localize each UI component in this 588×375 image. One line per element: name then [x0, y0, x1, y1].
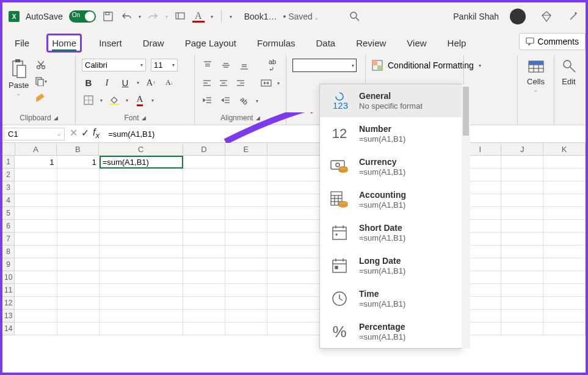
tab-data[interactable]: Data: [312, 35, 339, 51]
touch-mode-icon[interactable]: [174, 10, 186, 23]
font-name-select[interactable]: Calibri▾: [82, 59, 146, 71]
copy-icon[interactable]: ▾: [34, 75, 48, 87]
avatar[interactable]: [510, 9, 526, 24]
name-box[interactable]: C1⌵: [4, 128, 65, 140]
col-header[interactable]: A: [15, 143, 57, 156]
paste-button[interactable]: Paste ⌵: [9, 59, 29, 96]
wrap-text-icon[interactable]: ab⤶: [266, 59, 279, 72]
svg-text:123: 123: [333, 100, 348, 111]
format-option-long-date[interactable]: Long Date=sum(A1,B1): [320, 249, 462, 282]
decrease-font-button[interactable]: A↓: [162, 76, 176, 89]
underline-button[interactable]: U: [118, 76, 132, 89]
format-option-percentage[interactable]: % Percentage=sum(A1,B1): [320, 315, 462, 348]
format-option-short-date[interactable]: Short Date=sum(A1,B1): [320, 216, 462, 249]
cells-button[interactable]: Cells ⌵: [527, 59, 545, 93]
svg-rect-2: [176, 13, 184, 19]
cancel-formula-icon[interactable]: ✕: [70, 127, 78, 140]
wand-icon[interactable]: [567, 10, 579, 23]
italic-button[interactable]: I: [100, 76, 114, 89]
decrease-indent-icon[interactable]: [201, 94, 214, 107]
edit-button[interactable]: Edit: [562, 59, 576, 86]
align-top-icon[interactable]: [201, 59, 214, 72]
format-option-currency[interactable]: Currency=sum(A1,B1): [320, 150, 462, 183]
svg-point-10: [37, 66, 40, 69]
select-all-corner[interactable]: [2, 143, 15, 156]
col-header[interactable]: D: [183, 143, 225, 156]
svg-rect-51: [529, 61, 543, 65]
general-icon: 123: [328, 90, 350, 112]
bold-button[interactable]: B: [82, 76, 95, 89]
align-left-icon[interactable]: [201, 76, 212, 90]
cut-icon[interactable]: [34, 59, 48, 71]
spreadsheet-grid[interactable]: A B C D E I J K 1 1 1 =sum(A1,B1) 2 3 4 …: [2, 143, 586, 335]
font-group-label: Font: [124, 114, 139, 122]
time-icon: [328, 288, 350, 310]
number-format-select[interactable]: ▾: [292, 59, 357, 72]
tab-insert[interactable]: Insert: [95, 35, 126, 51]
font-size-select[interactable]: 11▾: [151, 59, 178, 71]
cell-c1[interactable]: =sum(A1,B1): [100, 156, 184, 169]
tab-home[interactable]: Home: [46, 34, 82, 53]
conditional-formatting-icon: [372, 60, 383, 71]
diamond-icon[interactable]: [540, 10, 553, 23]
conditional-formatting-button[interactable]: Conditional Formatting: [388, 60, 474, 70]
fx-icon[interactable]: fx: [93, 127, 100, 140]
tab-file[interactable]: File: [11, 35, 33, 51]
svg-rect-6: [526, 38, 534, 43]
col-header[interactable]: K: [543, 143, 586, 156]
col-header[interactable]: B: [57, 143, 99, 156]
qat-customize[interactable]: ▾: [230, 14, 232, 20]
cell-b1[interactable]: 1: [57, 156, 100, 169]
autosave-toggle[interactable]: On: [69, 10, 96, 23]
save-icon[interactable]: [102, 10, 114, 23]
saved-status[interactable]: • Saved ⌵: [283, 12, 318, 21]
format-option-time[interactable]: Time=sum(A1,B1): [320, 282, 462, 315]
tab-view[interactable]: View: [403, 35, 430, 51]
font-launcher[interactable]: ◢: [142, 115, 146, 121]
svg-point-52: [564, 60, 571, 68]
merge-cells-icon[interactable]: [261, 76, 272, 90]
comments-button[interactable]: Comments: [519, 33, 586, 50]
redo-icon: [147, 10, 159, 23]
align-bottom-icon[interactable]: [238, 59, 251, 72]
fill-color-button[interactable]: [107, 93, 121, 107]
tab-review[interactable]: Review: [352, 35, 390, 51]
tab-page-layout[interactable]: Page Layout: [181, 35, 240, 51]
font-color-quick-icon[interactable]: A: [192, 10, 205, 23]
tab-draw[interactable]: Draw: [139, 35, 168, 51]
format-painter-icon[interactable]: [34, 92, 48, 104]
format-option-accounting[interactable]: Accounting=sum(A1,B1): [320, 183, 462, 216]
user-name[interactable]: Pankil Shah: [453, 12, 499, 21]
tab-formulas[interactable]: Formulas: [253, 35, 299, 51]
tab-help[interactable]: Help: [444, 35, 470, 51]
row-header[interactable]: 1: [2, 156, 15, 169]
col-header[interactable]: C: [99, 143, 183, 156]
format-option-number[interactable]: 12 Number=sum(A1,B1): [320, 117, 462, 150]
dropdown-scrollbar[interactable]: [462, 84, 470, 348]
increase-font-button[interactable]: A↑: [144, 76, 158, 89]
filename[interactable]: Book1…: [244, 12, 277, 21]
annotation-arrow: [222, 112, 320, 143]
clipboard-launcher[interactable]: ◢: [54, 115, 58, 121]
col-header[interactable]: E: [225, 143, 267, 156]
borders-button[interactable]: [82, 93, 95, 107]
enter-formula-icon[interactable]: ✓: [81, 127, 89, 140]
font-color-button[interactable]: A: [133, 93, 147, 107]
align-middle-icon[interactable]: [219, 59, 233, 72]
col-header[interactable]: J: [501, 143, 543, 156]
short-date-icon: [328, 222, 350, 244]
increase-indent-icon[interactable]: [219, 94, 233, 107]
orientation-icon[interactable]: ab: [234, 91, 253, 110]
number-icon: 12: [328, 123, 350, 145]
search-icon[interactable]: [349, 10, 361, 23]
cell-a1[interactable]: 1: [15, 156, 57, 169]
currency-icon: [328, 156, 350, 178]
svg-line-53: [570, 67, 575, 72]
svg-rect-13: [38, 79, 43, 86]
format-option-general[interactable]: 123 GeneralNo specific format: [320, 84, 462, 117]
align-center-icon[interactable]: [217, 76, 229, 90]
undo-icon[interactable]: [120, 10, 132, 23]
align-right-icon[interactable]: [234, 76, 246, 90]
svg-point-4: [350, 12, 357, 18]
svg-rect-9: [17, 65, 26, 78]
